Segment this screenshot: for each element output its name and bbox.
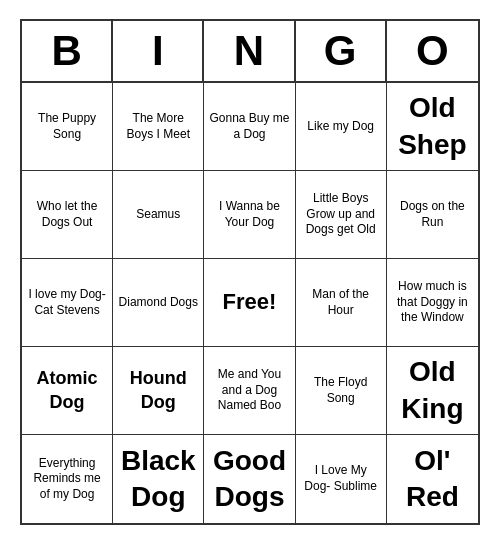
bingo-cell-18: The Floyd Song — [296, 347, 387, 435]
bingo-cell-17: Me and You and a Dog Named Boo — [204, 347, 295, 435]
bingo-cell-2: Gonna Buy me a Dog — [204, 83, 295, 171]
bingo-cell-19: Old King — [387, 347, 478, 435]
bingo-cell-22: Good Dogs — [204, 435, 295, 523]
bingo-grid: The Puppy SongThe More Boys I MeetGonna … — [22, 83, 478, 523]
bingo-letter-n: N — [204, 21, 295, 81]
bingo-cell-1: The More Boys I Meet — [113, 83, 204, 171]
bingo-cell-13: Man of the Hour — [296, 259, 387, 347]
bingo-card: BINGO The Puppy SongThe More Boys I Meet… — [20, 19, 480, 525]
bingo-cell-6: Seamus — [113, 171, 204, 259]
bingo-cell-15: Atomic Dog — [22, 347, 113, 435]
bingo-cell-8: Little Boys Grow up and Dogs get Old — [296, 171, 387, 259]
bingo-cell-10: I love my Dog- Cat Stevens — [22, 259, 113, 347]
bingo-cell-24: Ol' Red — [387, 435, 478, 523]
bingo-cell-21: Black Dog — [113, 435, 204, 523]
bingo-header: BINGO — [22, 21, 478, 83]
bingo-cell-0: The Puppy Song — [22, 83, 113, 171]
bingo-cell-16: Hound Dog — [113, 347, 204, 435]
bingo-cell-20: Everything Reminds me of my Dog — [22, 435, 113, 523]
bingo-cell-23: I Love My Dog- Sublime — [296, 435, 387, 523]
bingo-letter-g: G — [296, 21, 387, 81]
bingo-cell-14: How much is that Doggy in the Window — [387, 259, 478, 347]
bingo-letter-i: I — [113, 21, 204, 81]
bingo-cell-9: Dogs on the Run — [387, 171, 478, 259]
bingo-cell-5: Who let the Dogs Out — [22, 171, 113, 259]
bingo-cell-3: Like my Dog — [296, 83, 387, 171]
bingo-letter-o: O — [387, 21, 478, 81]
bingo-cell-7: I Wanna be Your Dog — [204, 171, 295, 259]
bingo-cell-12: Free! — [204, 259, 295, 347]
bingo-letter-b: B — [22, 21, 113, 81]
bingo-cell-11: Diamond Dogs — [113, 259, 204, 347]
bingo-cell-4: Old Shep — [387, 83, 478, 171]
